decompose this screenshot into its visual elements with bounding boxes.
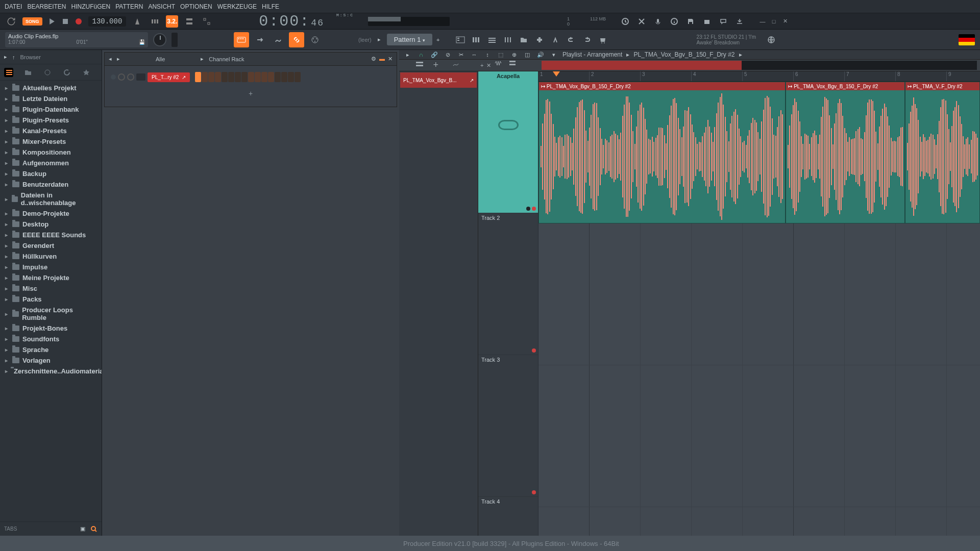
browser-folder-icon[interactable] [23,68,33,77]
playhead-marker[interactable] [553,71,560,77]
browser-refresh-icon[interactable] [62,68,71,77]
mic-icon[interactable] [653,16,663,27]
overdub-icon[interactable]: 3.2. [166,15,178,28]
pl-add-icon[interactable]: + [433,60,445,71]
browser-item-backup[interactable]: ▸Backup [0,168,102,179]
automation-icon[interactable] [271,32,286,47]
cr-close-button[interactable]: ✕ [388,56,393,62]
info-icon[interactable] [669,16,679,27]
pl-menu-icon[interactable]: ▾ [549,50,558,59]
browser-icon[interactable] [517,33,531,47]
main-pitch-slider[interactable] [172,33,178,47]
collapse-icon[interactable]: ▸ [4,54,7,60]
playlist-grid[interactable]: 1 2 3 4 5 6 7 8 9 [538,71,980,536]
pl-arrow-icon[interactable]: ↕ [483,50,492,59]
shop-icon[interactable] [596,33,610,47]
song-mode-button[interactable]: SONG [22,17,42,26]
clip-picker[interactable]: PL_TMA_Vox_Bgv_B...↗ [400,72,477,88]
step-icon[interactable] [201,15,213,28]
channel-led[interactable] [111,74,116,80]
pl-track-del-icon[interactable]: ✕ [486,62,491,69]
pl-cut-icon[interactable]: ✂ [456,50,465,59]
pl-view-mode-icon[interactable] [415,60,426,71]
menu-datei[interactable]: DATEI [3,2,23,11]
channel-name-button[interactable]: PL_T...ry #2↗ [148,72,190,82]
tools-icon[interactable] [636,16,647,27]
menu-bearbeiten[interactable]: BEARBEITEN [26,2,67,11]
midi-icon[interactable] [307,32,323,47]
track-header-1[interactable]: Acapella [478,71,538,213]
play-button[interactable] [47,17,57,26]
pattern-play-icon[interactable]: ▸ [378,36,381,43]
pattern-selector[interactable]: Pattern 1 ▾ [387,34,432,45]
cr-prev-icon[interactable]: ◂ [109,56,112,62]
browser-item-meine-projekte[interactable]: ▸Meine Projekte [0,272,102,283]
browser-item-desktop[interactable]: ▸Desktop [0,219,102,230]
pl-track-add-icon[interactable]: + [480,62,483,68]
bpm-display[interactable]: 130.000 [88,16,127,27]
browser-all-icon[interactable] [4,68,13,77]
main-menubar[interactable]: DATEI BEARBEITEN HINZUFüGEN PATTERN ANSI… [3,2,281,11]
link-icon[interactable] [289,32,304,47]
maximize-button[interactable]: □ [770,18,777,25]
step-edit-icon[interactable] [252,32,267,47]
browser-item-projekt-bones[interactable]: ▸Projekt-Bones [0,323,102,334]
browser-collapse-all-icon[interactable]: ▣ [80,525,85,532]
refresh-icon[interactable] [5,15,17,28]
countdown-icon[interactable] [149,15,161,28]
audio-clip-3[interactable]: ↦ PL_TMA_V..F_Dry #2 [905,82,980,223]
browser-item-sprache[interactable]: ▸Sprache [0,344,102,355]
browser-star-icon[interactable] [82,68,91,77]
browser-search-icon[interactable] [90,525,97,533]
menu-hinzufuegen[interactable]: HINZUFüGEN [69,2,112,11]
browser-item-plugin-presets[interactable]: ▸Plugin-Presets [0,115,102,126]
browser-item-aufgenommen[interactable]: ▸Aufgenommen [0,158,102,168]
cr-filter-label[interactable]: Alle [156,56,165,62]
close-button[interactable]: ✕ [781,18,789,25]
record-button[interactable] [74,17,83,26]
browser-item-producer-loops[interactable]: ▸Producer Loops Rumble [0,305,102,323]
browser-item-kompositionen[interactable]: ▸Kompositionen [0,147,102,158]
pl-draw-icon[interactable] [452,60,463,71]
track-header-4[interactable]: Track 4 [478,497,538,536]
channel-steps[interactable] [195,72,301,82]
menu-optionen[interactable]: OPTIONEN [179,2,214,11]
browser-tabs-label[interactable]: TABS [4,526,17,532]
pl-sound-icon[interactable]: 🔊 [536,50,545,59]
channel-pan-knob[interactable] [118,73,125,81]
pl-breadcrumb-1[interactable]: Playlist - Arrangement [562,51,622,58]
browser-item-vorlagen[interactable]: ▸Vorlagen [0,355,102,366]
channel-rack-icon[interactable] [485,33,499,47]
redo-icon[interactable] [580,33,594,47]
pl-view1-icon[interactable]: ◫ [523,50,532,59]
playlist-overview[interactable] [542,61,977,70]
pattern-add-button[interactable]: + [436,37,439,43]
pl-breadcrumb-2[interactable]: PL_TMA_Vox_Bgv_B_150_F_Dry #2 [633,51,734,58]
pl-play-icon[interactable]: ▸ [403,50,412,59]
pl-zoom-icon[interactable]: ⊕ [509,50,519,59]
time-display[interactable]: 0:00:46 M:S:C [259,13,354,30]
browser-item-aktuelles-projekt[interactable]: ▸Aktuelles Projekt [0,83,102,93]
channel-add-button[interactable]: + [111,84,390,103]
undo-icon[interactable] [564,33,578,47]
back-icon[interactable]: ↑ [12,54,15,60]
browser-item-eeee-sounds[interactable]: ▸EEEE EEEE Sounds [0,230,102,240]
cr-graph-icon[interactable]: ▬ [379,56,385,62]
browser-item-misc[interactable]: ▸Misc [0,283,102,294]
channel-row-1[interactable]: PL_T...ry #2↗ [111,70,390,84]
browser-plugin-icon[interactable] [43,68,52,77]
menu-werkzeuge[interactable]: WERKZEUGE [216,2,258,11]
main-volume-knob[interactable] [153,33,166,46]
metronome-icon[interactable] [131,15,143,28]
download-icon[interactable] [734,16,745,27]
browser-item-soundfonts[interactable]: ▸Soundfonts [0,334,102,344]
audio-clip-1[interactable]: ↦ PL_TMA_Vox_Bgv_B_150_F_Dry #2 [538,82,786,223]
browser-item-benutzerdaten[interactable]: ▸Benutzerdaten [0,179,102,190]
typing-keyboard-icon[interactable] [234,32,249,47]
save-icon[interactable] [685,16,696,27]
browser-item-packs[interactable]: ▸Packs [0,294,102,305]
minimize-button[interactable]: — [759,18,766,25]
pl-lock-icon[interactable]: ↔ [470,50,479,59]
browser-item-huellkurven[interactable]: ▸Hüllkurven [0,251,102,262]
tempo-icon[interactable] [548,33,562,47]
